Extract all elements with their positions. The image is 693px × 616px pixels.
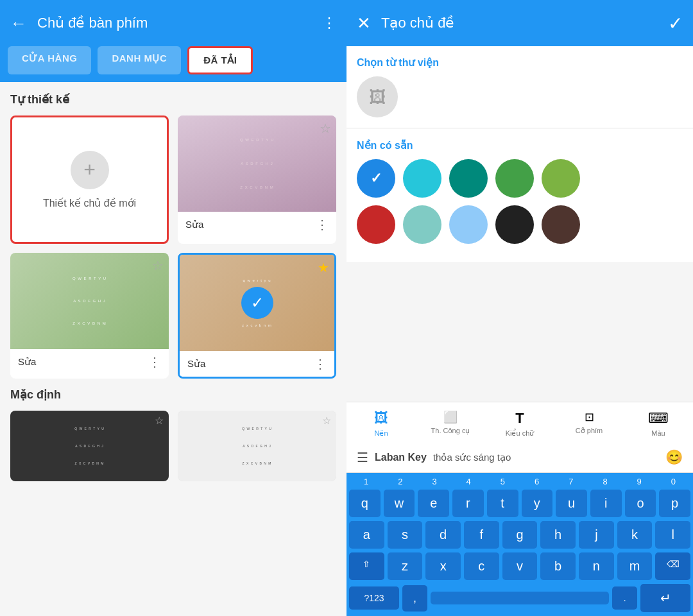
more-btn-girl1[interactable]: ⋮ [316,217,329,232]
key-2[interactable]: 2 [383,477,417,486]
key-o[interactable]: o [625,490,656,517]
more-icon[interactable]: ⋮ [322,15,336,31]
key-a[interactable]: a [349,521,384,549]
mac-grid: Q W E R T Y U A S D F G H J Z X C V B N … [10,411,336,481]
co-phim-icon: ⊡ [585,410,594,424]
left-header: ← Chủ đề bàn phím ⋮ [0,0,346,46]
color-green[interactable] [495,159,534,198]
key-s[interactable]: s [388,521,423,549]
key-i[interactable]: i [590,490,622,517]
theme-card-nature[interactable]: Q W E R T Y U A S D F G H J Z X C V B N … [10,253,169,379]
star-badge-girl1: ☆ [320,121,331,136]
theme-footer-wood: Sửa ⋮ [180,351,334,377]
key-shift[interactable]: ⇧ [349,552,384,580]
key-8[interactable]: 8 [588,477,622,486]
key-b[interactable]: b [540,552,576,580]
section-mac-dinh: Mặc định Q W E R T Y U A S D F G H J Z X… [10,388,336,481]
key-1[interactable]: 1 [349,477,383,486]
key-4[interactable]: 4 [452,477,486,486]
key-space[interactable] [431,592,609,604]
edit-label-nature[interactable]: Sửa [18,356,36,368]
bottom-tabs: 🖼 Nền ⬜ Th. Công cụ T Kiểu chữ ⊡ Cỡ phím… [346,402,693,443]
edit-label-wood[interactable]: Sửa [187,358,205,370]
key-x[interactable]: x [425,552,461,580]
keyboard-bar: ☰ Laban Key thỏa sức sáng tạo 😊 [346,443,693,473]
key-l[interactable]: l [655,521,690,549]
theme-grid-top: + Thiết kế chủ đề mới Q W E R T Y U A S … [10,116,336,244]
close-icon[interactable]: ✕ [357,13,371,33]
right-content: Chọn từ thư viện 🖼 Nền có sẵn [346,46,693,402]
emoji-icon[interactable]: 😊 [665,449,683,466]
mac-card-white[interactable]: Q W E R T Y U A S D F G H J Z X C V B N … [178,411,336,481]
key-n[interactable]: n [579,552,614,580]
color-blue[interactable] [357,159,395,198]
theme-footer-nature: Sửa ⋮ [10,349,169,375]
more-btn-wood[interactable]: ⋮ [314,356,327,372]
tab-co-phim[interactable]: ⊡ Cỡ phím [554,407,624,440]
tab-da-tai[interactable]: ĐÃ TẢI [187,46,253,74]
tab-th-cong-cu[interactable]: ⬜ Th. Công cụ [416,407,485,440]
back-icon[interactable]: ← [10,13,27,33]
more-btn-nature[interactable]: ⋮ [148,354,161,370]
add-theme-icon: + [71,151,109,189]
right-panel-title: Tạo chủ đề [381,15,668,31]
page-title: Chủ đề bàn phím [37,15,322,31]
key-t[interactable]: t [487,490,518,517]
key-g[interactable]: g [502,521,538,549]
right-header: ✕ Tạo chủ đề ✓ [346,0,693,46]
edit-label-girl1[interactable]: Sửa [185,219,203,230]
confirm-icon[interactable]: ✓ [668,13,683,34]
key-9[interactable]: 9 [622,477,656,486]
color-cyan[interactable] [403,159,441,198]
color-lightblue[interactable] [449,205,488,244]
key-d[interactable]: d [425,521,461,549]
library-img-button[interactable]: 🖼 [357,76,398,117]
hamburger-icon[interactable]: ☰ [357,450,368,465]
color-brown[interactable] [542,205,580,244]
key-c[interactable]: c [464,552,499,580]
key-backspace[interactable]: ⌫ [655,552,690,580]
color-teal[interactable] [449,159,488,198]
key-u[interactable]: u [556,490,587,517]
tab-kieu-chu[interactable]: T Kiểu chữ [485,407,554,440]
color-mint[interactable] [403,205,441,244]
key-enter[interactable]: ↵ [640,584,690,612]
key-m[interactable]: m [617,552,653,580]
color-lightgreen[interactable] [542,159,580,198]
key-w[interactable]: w [384,490,415,517]
key-p[interactable]: p [659,490,690,517]
tab-cua-hang[interactable]: CỬA HÀNG [8,46,91,74]
color-dark[interactable] [495,205,534,244]
key-r[interactable]: r [452,490,484,517]
theme-card-girl1[interactable]: Q W E R T Y U A S D F G H J Z X C V B N … [178,116,336,244]
tab-mau[interactable]: ⌨ Màu [624,407,693,440]
key-h[interactable]: h [540,521,576,549]
tab-danh-muc[interactable]: DANH MỤC [98,46,181,74]
nen-label: Nền [374,429,388,438]
key-z[interactable]: z [388,552,423,580]
library-section: Chọn từ thư viện 🖼 [346,46,693,128]
key-6[interactable]: 6 [520,477,554,486]
color-red[interactable] [357,205,395,244]
key-k[interactable]: k [617,521,653,549]
key-q[interactable]: q [349,490,381,517]
key-v[interactable]: v [502,552,538,580]
key-3[interactable]: 3 [417,477,451,486]
color-row-1 [357,159,683,198]
theme-card-wood[interactable]: q w e r t y u a s d f g h j z x c v b n … [178,253,336,379]
key-5[interactable]: 5 [486,477,520,486]
key-7[interactable]: 7 [554,477,588,486]
key-num-toggle[interactable]: ?123 [349,586,399,610]
key-j[interactable]: j [579,521,614,549]
mac-card-dark[interactable]: Q W E R T Y U A S D F G H J Z X C V B N … [10,411,169,481]
key-comma[interactable]: , [402,585,427,612]
key-f[interactable]: f [464,521,499,549]
tab-nen[interactable]: 🖼 Nền [346,407,416,440]
theme-grid-bottom: Q W E R T Y U A S D F G H J Z X C V B N … [10,253,336,379]
key-dot[interactable]: . [612,586,637,610]
key-0[interactable]: 0 [656,477,690,486]
key-e[interactable]: e [418,490,449,517]
row-bottom: ?123 , . ↵ [346,582,693,616]
key-y[interactable]: y [522,490,553,517]
new-theme-card[interactable]: + Thiết kế chủ đề mới [10,116,169,244]
